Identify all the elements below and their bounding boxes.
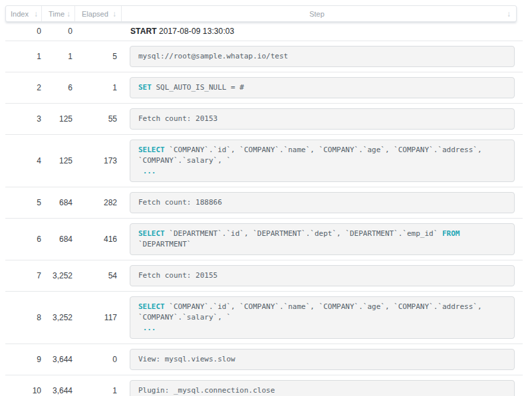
cell-elapsed: 55: [74, 114, 121, 124]
sort-descending-icon[interactable]: ↓: [34, 10, 38, 18]
cell-elapsed: 54: [74, 271, 121, 280]
cell-step: Fetch count: 20155: [121, 260, 523, 291]
cell-time: 0: [41, 27, 74, 36]
code-line: Fetch count: 188866: [138, 197, 506, 208]
cell-elapsed: 117: [74, 313, 121, 322]
sort-descending-icon[interactable]: ↓: [507, 10, 511, 18]
step-code-box[interactable]: Plugin: _mysql.connection.close: [130, 380, 515, 396]
table-row: 10 3,644 1 Plugin: _mysql.connection.clo…: [5, 375, 523, 396]
code-line: View: mysql.views.slow: [138, 354, 506, 365]
cell-time: 3,252: [41, 271, 74, 280]
cell-index: 2: [5, 83, 41, 92]
table-header: Index ↓ Time ↓ Elapsed ↓ Step ↓: [5, 5, 517, 22]
code-line: SET SQL_AUTO_IS_NULL = #: [138, 82, 506, 93]
code-line: ...: [138, 323, 506, 334]
table-row: 0 0 START 2017-08-09 13:30:03: [5, 22, 523, 41]
table-row: 8 3,252 117 SELECT `COMPANY`.`id`, `COMP…: [5, 292, 523, 344]
trace-step-table: Index ↓ Time ↓ Elapsed ↓ Step ↓ 0 0 STAR…: [5, 5, 523, 396]
cell-step: View: mysql.views.slow: [121, 344, 523, 375]
cell-elapsed: 5: [74, 52, 121, 61]
step-code-box[interactable]: SET SQL_AUTO_IS_NULL = #: [130, 77, 515, 98]
table-row: 5 684 282 Fetch count: 188866: [5, 187, 523, 219]
cell-index: 10: [5, 386, 41, 395]
code-line: ...: [138, 166, 506, 177]
step-marker-keyword: START: [130, 27, 157, 36]
table-row: 3 125 55 Fetch count: 20153: [5, 104, 523, 135]
code-line: Fetch count: 20155: [138, 270, 506, 281]
cell-time: 125: [41, 114, 74, 124]
step-code-box[interactable]: Fetch count: 20153: [130, 108, 515, 130]
cell-step: SET SQL_AUTO_IS_NULL = #: [121, 72, 523, 103]
cell-time: 3,252: [41, 313, 74, 322]
step-code-box[interactable]: Fetch count: 188866: [130, 192, 515, 213]
cell-index: 7: [5, 271, 41, 280]
cell-step: SELECT `COMPANY`.`id`, `COMPANY`.`name`,…: [121, 135, 523, 187]
cell-time: 1: [41, 52, 74, 61]
column-label-time: Time: [49, 10, 65, 18]
column-label-elapsed: Elapsed: [82, 10, 108, 18]
cell-index: 5: [5, 198, 41, 207]
cell-elapsed: 1: [74, 83, 121, 92]
cell-elapsed: 282: [74, 198, 121, 207]
cell-step: START 2017-08-09 13:30:03: [121, 23, 523, 40]
column-header-elapsed[interactable]: Elapsed ↓: [75, 6, 122, 21]
cell-step: Fetch count: 188866: [121, 187, 523, 218]
code-line: mysql://root@sample.whatap.io/test: [138, 51, 506, 62]
cell-index: 9: [5, 355, 41, 364]
cell-step: SELECT `DEPARTMENT`.`id`, `DEPARTMENT`.`…: [121, 219, 523, 260]
table-row: 4 125 173 SELECT `COMPANY`.`id`, `COMPAN…: [5, 135, 523, 187]
cell-elapsed: 416: [74, 235, 121, 244]
cell-index: 4: [5, 156, 41, 165]
cell-time: 125: [41, 156, 74, 165]
column-label-step: Step: [127, 10, 507, 18]
step-marker-label: START 2017-08-09 13:30:03: [130, 27, 523, 36]
sort-descending-icon[interactable]: ↓: [66, 10, 70, 18]
step-code-box[interactable]: View: mysql.views.slow: [130, 349, 515, 370]
code-line: SELECT `COMPANY`.`id`, `COMPANY`.`name`,…: [138, 302, 506, 323]
column-header-time[interactable]: Time ↓: [42, 6, 75, 21]
cell-time: 684: [41, 235, 74, 244]
cell-index: 8: [5, 313, 41, 322]
cell-index: 0: [5, 27, 41, 36]
cell-index: 3: [5, 114, 41, 124]
cell-step: SELECT `COMPANY`.`id`, `COMPANY`.`name`,…: [121, 292, 523, 344]
step-code-box[interactable]: SELECT `COMPANY`.`id`, `COMPANY`.`name`,…: [130, 140, 515, 182]
column-header-index[interactable]: Index ↓: [6, 6, 42, 21]
cell-time: 684: [41, 198, 74, 207]
table-row: 1 1 5 mysql://root@sample.whatap.io/test: [5, 41, 523, 72]
table-row: 9 3,644 0 View: mysql.views.slow: [5, 344, 523, 375]
code-line: Fetch count: 20153: [138, 114, 506, 124]
code-line: SELECT `COMPANY`.`id`, `COMPANY`.`name`,…: [138, 145, 506, 166]
code-line: SELECT `DEPARTMENT`.`id`, `DEPARTMENT`.`…: [138, 229, 506, 250]
sort-descending-icon[interactable]: ↓: [112, 10, 116, 18]
cell-step: Fetch count: 20153: [121, 104, 523, 134]
step-code-box[interactable]: Fetch count: 20155: [130, 265, 515, 286]
cell-time: 3,644: [41, 386, 74, 395]
cell-elapsed: 1: [74, 386, 121, 395]
cell-index: 1: [5, 52, 41, 61]
cell-elapsed: 173: [74, 156, 121, 165]
step-code-box[interactable]: mysql://root@sample.whatap.io/test: [130, 46, 515, 67]
column-label-index: Index: [11, 10, 29, 18]
table-row: 7 3,252 54 Fetch count: 20155: [5, 260, 523, 292]
table-body: 0 0 START 2017-08-09 13:30:03 1 1 5 mysq…: [5, 22, 523, 396]
column-header-step[interactable]: Step ↓: [122, 6, 516, 21]
step-code-box[interactable]: SELECT `DEPARTMENT`.`id`, `DEPARTMENT`.`…: [130, 223, 515, 255]
cell-step: mysql://root@sample.whatap.io/test: [121, 41, 523, 72]
cell-time: 3,644: [41, 355, 74, 364]
cell-index: 6: [5, 235, 41, 244]
step-code-box[interactable]: SELECT `COMPANY`.`id`, `COMPANY`.`name`,…: [130, 296, 515, 339]
table-row: 2 6 1 SET SQL_AUTO_IS_NULL = #: [5, 72, 523, 104]
cell-time: 6: [41, 83, 74, 92]
table-row: 6 684 416 SELECT `DEPARTMENT`.`id`, `DEP…: [5, 219, 523, 260]
code-line: Plugin: _mysql.connection.close: [138, 385, 506, 396]
cell-step: Plugin: _mysql.connection.close: [121, 375, 523, 396]
cell-elapsed: 0: [74, 355, 121, 364]
